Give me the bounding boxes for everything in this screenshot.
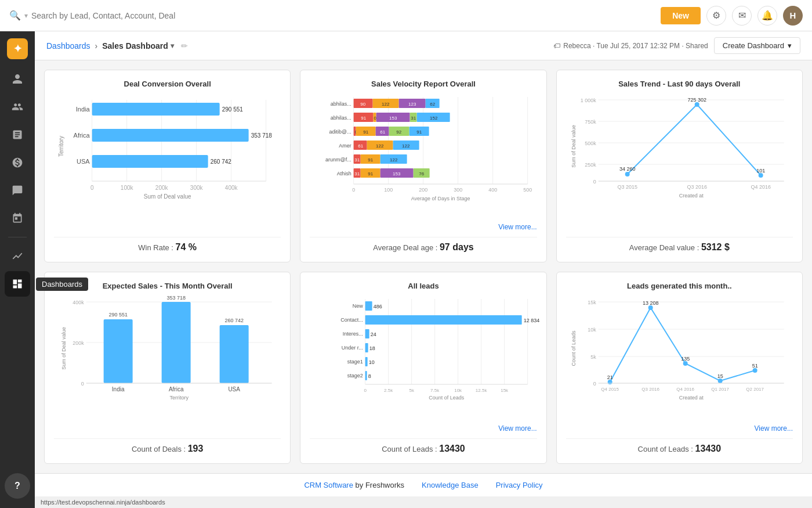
svg-text:260 742: 260 742	[211, 158, 232, 165]
svg-text:61: 61	[380, 129, 386, 135]
svg-text:Amer: Amer	[339, 143, 351, 149]
svg-text:Count of Leads: Count of Leads	[570, 330, 576, 366]
create-dashboard-button[interactable]: Create Dashboard ▾	[714, 37, 800, 54]
svg-text:Africa: Africa	[169, 386, 184, 392]
sales-velocity-chart: abhilas... 90 122 123 62 abhilas...	[310, 94, 536, 219]
svg-rect-120	[104, 319, 133, 383]
breadcrumb-right: 🏷 Rebecca · Tue Jul 25, 2017 12:32 PM · …	[553, 37, 800, 54]
crm-link[interactable]: CRM Software	[304, 481, 353, 489]
svg-text:91: 91	[368, 171, 374, 176]
privacy-policy-link[interactable]: Privacy Policy	[496, 481, 543, 489]
new-button[interactable]: New	[661, 7, 701, 24]
svg-text:0: 0	[90, 185, 94, 191]
svg-text:Q3 2016: Q3 2016	[641, 387, 659, 392]
svg-text:290 551: 290 551	[222, 106, 244, 113]
search-input[interactable]	[31, 11, 194, 20]
leads-generated-chart: Count of Leads 15k 10k 5k 0	[566, 296, 793, 421]
svg-rect-7	[92, 103, 220, 116]
svg-text:8: 8	[368, 373, 371, 379]
svg-text:Africa: Africa	[74, 132, 90, 139]
sidebar-item-help[interactable]: ?	[5, 473, 30, 499]
svg-text:260 742: 260 742	[224, 318, 244, 323]
status-bar: https://test.devopschennai.ninja/dashboa…	[35, 496, 812, 508]
tools-icon-button[interactable]: ⚙	[706, 6, 726, 26]
sidebar-item-analytics[interactable]	[5, 243, 30, 269]
svg-text:91: 91	[361, 116, 367, 121]
svg-text:Interes...: Interes...	[343, 331, 363, 337]
svg-text:21: 21	[607, 374, 612, 380]
all-leads-title: All leads	[310, 282, 536, 290]
sales-velocity-card: Sales Velocity Report Overall	[300, 70, 546, 262]
svg-text:India: India	[76, 106, 90, 113]
all-leads-card: All leads N	[300, 272, 546, 464]
create-dashboard-label: Create Dashboard	[723, 41, 784, 50]
svg-text:15k: 15k	[588, 300, 596, 305]
svg-point-179	[752, 368, 757, 373]
shared-info: 🏷 Rebecca · Tue Jul 25, 2017 12:32 PM · …	[553, 42, 708, 50]
main-layout: ✦ Dashboards ?	[0, 31, 812, 508]
edit-icon[interactable]: ✏	[181, 41, 188, 51]
svg-text:250k: 250k	[585, 162, 596, 168]
sidebar-item-accounts[interactable]	[5, 94, 30, 120]
all-leads-chart: New 486 Contact... 12 834 Interes... 24	[310, 296, 536, 421]
svg-text:Sum of Deal value: Sum of Deal value	[61, 327, 67, 370]
shared-info-text: Rebecca · Tue Jul 25, 2017 12:32 PM · Sh…	[563, 42, 708, 50]
svg-text:34 260: 34 260	[619, 166, 636, 172]
svg-text:Q3 2015: Q3 2015	[617, 184, 637, 190]
all-leads-view-more[interactable]: View more...	[310, 424, 536, 433]
sidebar-item-contacts[interactable]	[5, 66, 30, 92]
svg-text:13 208: 13 208	[643, 300, 659, 306]
svg-text:stage1: stage1	[347, 359, 363, 365]
svg-text:122: 122	[390, 157, 398, 163]
svg-point-176	[648, 305, 652, 310]
breadcrumb-separator: ›	[95, 41, 98, 51]
leads-generated-view-more[interactable]: View more...	[566, 424, 793, 433]
svg-text:10: 10	[369, 359, 375, 365]
sidebar-item-deals[interactable]	[5, 150, 30, 175]
svg-text:10k: 10k	[455, 388, 463, 393]
svg-text:300k: 300k	[190, 185, 204, 191]
leads-generated-card: Leads generated this month.. Count of Le…	[556, 272, 803, 464]
bell-icon-button[interactable]: 🔔	[757, 6, 777, 26]
svg-text:92: 92	[397, 129, 402, 135]
breadcrumb-parent[interactable]: Dashboards	[46, 41, 90, 51]
search-icon: 🔍	[9, 10, 21, 21]
svg-text:Q4 2016: Q4 2016	[676, 387, 694, 392]
mail-icon-button[interactable]: ✉	[732, 6, 752, 26]
sidebar: ✦ Dashboards ?	[0, 31, 35, 508]
search-dropdown-icon[interactable]: ▾	[24, 12, 28, 20]
svg-text:353 718: 353 718	[251, 132, 273, 139]
footer-crm-text: by Freshworks	[353, 481, 404, 489]
svg-text:0: 0	[364, 388, 367, 393]
svg-text:100: 100	[384, 187, 393, 193]
svg-text:0: 0	[352, 187, 355, 193]
svg-text:0: 0	[593, 179, 596, 185]
svg-rect-152	[365, 357, 368, 366]
svg-text:400: 400	[488, 187, 497, 193]
svg-text:61: 61	[358, 143, 364, 149]
knowledge-base-link[interactable]: Knowledge Base	[422, 481, 478, 489]
svg-text:300: 300	[454, 187, 462, 193]
win-rate-label: Win Rate : 74 %	[138, 243, 197, 252]
svg-text:91: 91	[417, 129, 422, 135]
create-dashboard-dropdown-icon: ▾	[788, 41, 792, 50]
svg-text:Q4 2015: Q4 2015	[601, 387, 619, 392]
leads-generated-svg: Count of Leads 15k 10k 5k 0	[566, 296, 793, 403]
svg-text:200k: 200k	[72, 340, 84, 346]
sales-velocity-view-more[interactable]: View more...	[310, 223, 536, 231]
expected-sales-svg: Sum of Deal value 400k 200k 0 290 551	[54, 296, 281, 403]
sidebar-item-reports[interactable]	[5, 122, 30, 147]
svg-text:31: 31	[355, 157, 360, 163]
avatar[interactable]: H	[783, 6, 803, 26]
expected-sales-footer: Count of Deals : 193	[54, 438, 281, 454]
svg-text:Q1 2017: Q1 2017	[711, 387, 729, 392]
dashboard-dropdown-icon[interactable]: ▾	[171, 42, 174, 50]
sidebar-item-conversations[interactable]	[5, 178, 30, 203]
sidebar-item-dashboards[interactable]: Dashboards	[5, 271, 30, 297]
sidebar-item-calendar[interactable]	[5, 206, 30, 231]
breadcrumb-bar: Dashboards › Sales Dashboard ▾ ✏ 🏷 Rebec…	[35, 31, 812, 60]
svg-text:stage2: stage2	[347, 373, 363, 379]
svg-text:76: 76	[419, 171, 425, 176]
svg-text:Under r...: Under r...	[342, 345, 363, 351]
svg-text:500k: 500k	[585, 140, 596, 146]
